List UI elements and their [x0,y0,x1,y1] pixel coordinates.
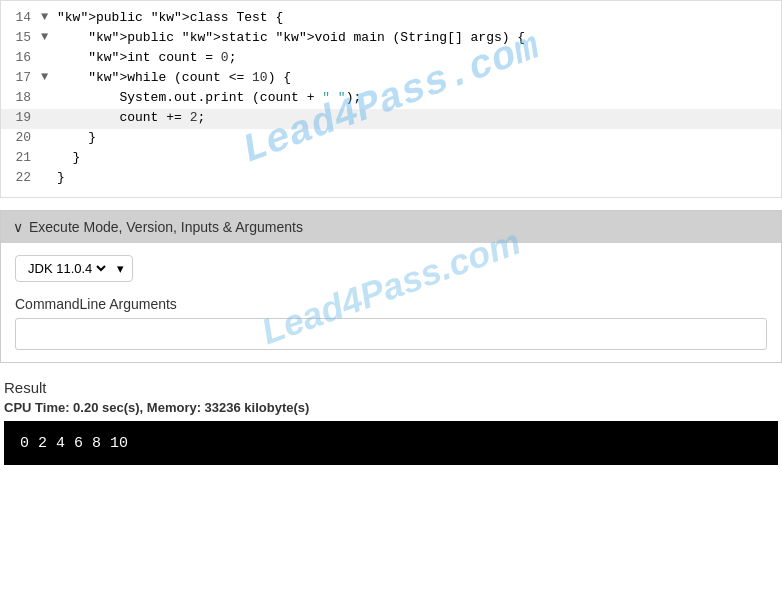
code-line: 14▼"kw">public "kw">class Test { [1,9,781,29]
line-code: "kw">int count = 0; [55,50,781,65]
chevron-down-icon: ▾ [117,261,124,276]
line-code: } [55,170,781,185]
line-number: 20 [1,130,41,145]
line-arrow: ▼ [41,10,55,24]
chevron-icon: ∨ [13,219,23,235]
result-section: Result CPU Time: 0.20 sec(s), Memory: 33… [0,379,782,465]
code-line: 20 } [1,129,781,149]
cmdline-label: CommandLine Arguments [15,296,767,312]
line-code: "kw">public "kw">static "kw">void main (… [55,30,781,45]
line-arrow: ▼ [41,70,55,84]
line-code: } [55,150,781,165]
line-number: 22 [1,170,41,185]
execute-header-label: Execute Mode, Version, Inputs & Argument… [29,219,303,235]
line-number: 17 [1,70,41,85]
code-lines-container: 14▼"kw">public "kw">class Test {15▼ "kw"… [1,9,781,189]
code-line: 17▼ "kw">while (count <= 10) { [1,69,781,89]
line-number: 16 [1,50,41,65]
code-line: 22} [1,169,781,189]
execute-panel: ∨ Execute Mode, Version, Inputs & Argume… [0,210,782,363]
result-stats: CPU Time: 0.20 sec(s), Memory: 33236 kil… [4,400,778,415]
execute-header[interactable]: ∨ Execute Mode, Version, Inputs & Argume… [1,211,781,243]
line-code: System.out.print (count + " "); [55,90,781,105]
code-line: 15▼ "kw">public "kw">static "kw">void ma… [1,29,781,49]
cmdline-input[interactable] [15,318,767,350]
code-line: 21 } [1,149,781,169]
result-output: 0 2 4 6 8 10 [4,421,778,465]
line-arrow: ▼ [41,30,55,44]
code-editor: 14▼"kw">public "kw">class Test {15▼ "kw"… [0,0,782,198]
line-code: } [55,130,781,145]
code-line: 18 System.out.print (count + " "); [1,89,781,109]
result-label: Result [4,379,778,396]
line-code: count += 2; [55,110,781,125]
line-number: 21 [1,150,41,165]
jdk-dropdown[interactable]: JDK 11.0.4JDK 8JDK 17 [24,260,109,277]
line-code: "kw">while (count <= 10) { [55,70,781,85]
code-line: 16 "kw">int count = 0; [1,49,781,69]
line-number: 19 [1,110,41,125]
jdk-selector[interactable]: JDK 11.0.4JDK 8JDK 17 ▾ [15,255,767,282]
line-code: "kw">public "kw">class Test { [55,10,781,25]
line-number: 14 [1,10,41,25]
line-number: 15 [1,30,41,45]
line-number: 18 [1,90,41,105]
execute-body: JDK 11.0.4JDK 8JDK 17 ▾ CommandLine Argu… [1,243,781,362]
jdk-select-box[interactable]: JDK 11.0.4JDK 8JDK 17 ▾ [15,255,133,282]
code-line: 19 count += 2; [1,109,781,129]
